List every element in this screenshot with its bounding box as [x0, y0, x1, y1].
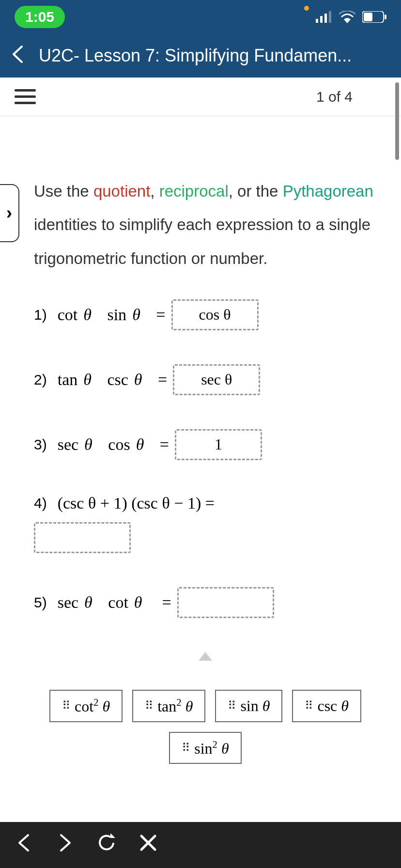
problem-number: 2): [34, 372, 47, 388]
problem-5: 5) secθ cotθ =: [34, 587, 377, 618]
expr-text: sec: [58, 435, 78, 454]
tile-tan2[interactable]: ⠿tan2 θ: [132, 690, 205, 722]
equals: =: [162, 593, 171, 612]
problem-number: 5): [34, 594, 47, 611]
answer-slot-2[interactable]: sec θ: [173, 364, 260, 395]
reload-icon[interactable]: [96, 832, 117, 858]
answer-slot-5[interactable]: [177, 587, 274, 618]
tile-csc[interactable]: ⠿csc θ: [292, 690, 361, 722]
problem-number: 3): [34, 436, 47, 453]
equals: =: [156, 306, 165, 324]
svg-rect-3: [329, 11, 331, 23]
problem-4-answer-row: [34, 522, 377, 553]
grip-icon: ⠿: [145, 699, 153, 713]
lesson-content: Use the quotient, reciprocal, or the Pyt…: [0, 116, 401, 778]
answer-slot-4[interactable]: [34, 522, 131, 553]
nav-forward-icon[interactable]: [55, 833, 75, 857]
grip-icon: ⠿: [228, 699, 235, 713]
problem-4: 4) (csc θ + 1) (csc θ − 1) =: [34, 494, 377, 512]
grip-icon: ⠿: [182, 741, 189, 755]
problem-2: 2) tanθ cscθ = sec θ: [34, 364, 377, 395]
theta: θ: [134, 593, 142, 612]
bottom-toolbar: [0, 822, 401, 868]
expr-text: (csc θ + 1) (csc θ − 1) =: [58, 494, 215, 512]
link-quotient[interactable]: quotient: [93, 182, 150, 200]
expr-text: sec: [58, 593, 78, 612]
problem-number: 1): [34, 307, 47, 323]
theta: θ: [83, 306, 92, 324]
problem-3: 3) secθ cosθ = 1: [34, 429, 377, 460]
svg-rect-6: [385, 15, 386, 19]
back-arrow-icon[interactable]: [10, 43, 29, 69]
time-pill[interactable]: 1:05: [15, 6, 65, 28]
equals: =: [160, 435, 169, 454]
theta: θ: [84, 593, 93, 612]
tile-sin[interactable]: ⠿sin θ: [215, 690, 282, 722]
wifi-icon: [339, 11, 355, 23]
theta: θ: [83, 371, 92, 389]
instruction-text: Use the quotient, reciprocal, or the Pyt…: [34, 174, 377, 275]
page-title: U2C- Lesson 7: Simplifying Fundamen...: [39, 46, 352, 66]
tile-sin2[interactable]: ⠿sin2 θ: [169, 732, 241, 764]
recording-indicator: [304, 6, 309, 11]
expr-text: csc: [107, 371, 128, 389]
theta: θ: [84, 435, 93, 454]
equals: =: [158, 371, 167, 389]
svg-rect-1: [320, 16, 323, 23]
battery-icon: [362, 11, 386, 23]
problem-1: 1) cotθ sinθ = cos θ: [34, 299, 377, 330]
answer-bank: ⠿cot2 θ ⠿tan2 θ ⠿sin θ ⠿csc θ ⠿sin2 θ: [34, 690, 377, 764]
status-bar: 1:05: [0, 0, 401, 34]
answer-slot-1[interactable]: cos θ: [171, 299, 259, 330]
nav-header: U2C- Lesson 7: Simplifying Fundamen...: [0, 34, 401, 78]
link-reciprocal[interactable]: reciprocal: [159, 182, 229, 200]
expr-text: cot: [108, 593, 128, 612]
svg-rect-5: [364, 13, 372, 21]
cellular-icon: [316, 11, 332, 23]
tile-cot2[interactable]: ⠿cot2 θ: [49, 690, 123, 722]
expr-text: cos: [108, 435, 130, 454]
problem-number: 4): [34, 495, 47, 512]
page-counter: 1 of 4: [316, 89, 353, 105]
svg-rect-2: [324, 14, 327, 23]
grip-icon: ⠿: [62, 699, 70, 713]
theta: θ: [132, 306, 140, 324]
expr-text: sin: [107, 306, 126, 324]
grip-icon: ⠿: [305, 699, 312, 713]
sub-header: 1 of 4: [0, 78, 401, 116]
tooltip-pointer-icon: [34, 652, 377, 661]
close-icon[interactable]: [139, 833, 158, 857]
menu-icon[interactable]: [15, 89, 36, 104]
nav-back-icon[interactable]: [15, 833, 34, 857]
theta: θ: [136, 435, 144, 454]
svg-rect-0: [316, 19, 318, 23]
answer-slot-3[interactable]: 1: [175, 429, 262, 460]
expr-text: cot: [58, 306, 78, 324]
link-pythagorean[interactable]: Pythagorean: [283, 182, 373, 200]
expr-text: tan: [58, 371, 78, 389]
theta: θ: [134, 371, 142, 389]
